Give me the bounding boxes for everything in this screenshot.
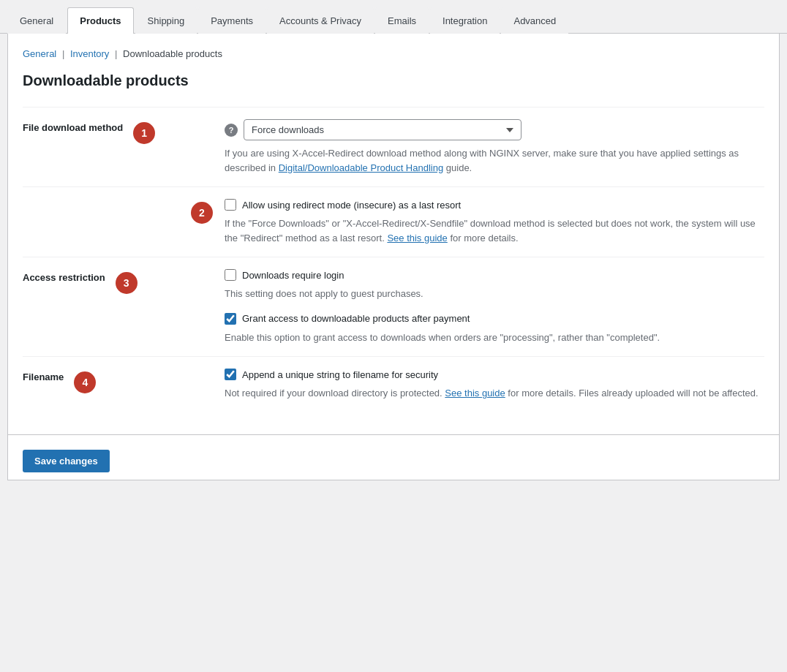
tab-accounts-privacy[interactable]: Accounts & Privacy (267, 7, 374, 34)
breadcrumb-current: Downloadable products (123, 48, 222, 59)
redirect-mode-help-text: If the "Force Downloads" or "X-Accel-Red… (225, 216, 764, 245)
access-restriction-row: Access restriction 3 Downloads require l… (23, 257, 764, 356)
redirect-mode-row: 2 Allow using redirect mode (insecure) a… (23, 186, 764, 257)
breadcrumb-sep-1: | (62, 48, 64, 59)
file-download-controls: ? Force downloads X-Accel-Redirect/X-Sen… (213, 119, 764, 175)
access-restriction-label-area: Access restriction 3 (23, 269, 213, 294)
require-login-help: This setting does not apply to guest pur… (225, 287, 764, 301)
page-title: Downloadable products (23, 72, 764, 89)
redirect-mode-label[interactable]: Allow using redirect mode (insecure) as … (242, 200, 461, 211)
filename-checkbox-label[interactable]: Append a unique string to filename for s… (242, 369, 438, 380)
breadcrumb-sep-2: | (115, 48, 117, 59)
grant-access-row: Grant access to downloadable products af… (225, 313, 764, 325)
save-button[interactable]: Save changes (23, 450, 110, 472)
filename-row: Filename 4 Append a unique string to fil… (23, 356, 764, 412)
access-restriction-label: Access restriction (23, 272, 105, 283)
step-badge-2: 2 (191, 202, 213, 224)
filename-label-area: Filename 4 (23, 369, 213, 393)
save-button-area: Save changes (7, 435, 780, 480)
grant-access-label[interactable]: Grant access to downloadable products af… (242, 313, 470, 324)
step-badge-4: 4 (74, 371, 96, 393)
file-download-select[interactable]: Force downloads X-Accel-Redirect/X-Sendf… (244, 119, 521, 140)
file-download-label-area: File download method 1 (23, 119, 213, 144)
file-download-label: File download method (23, 122, 123, 133)
access-restriction-controls: Downloads require login This setting doe… (213, 269, 764, 344)
require-login-row: Downloads require login (225, 269, 764, 281)
file-download-row: File download method 1 ? Force downloads… (23, 107, 764, 186)
tab-products[interactable]: Products (67, 7, 133, 34)
redirect-mode-checkbox[interactable] (225, 199, 236, 211)
filename-help-text: Not required if your download directory … (225, 386, 764, 401)
grant-access-checkbox[interactable] (225, 313, 236, 325)
filename-checkbox-row: Append a unique string to filename for s… (225, 369, 764, 380)
breadcrumb-inventory[interactable]: Inventory (70, 48, 109, 59)
filename-label: Filename (23, 371, 64, 382)
tab-general[interactable]: General (7, 7, 66, 34)
tab-shipping[interactable]: Shipping (135, 7, 197, 34)
tabs-bar: General Products Shipping Payments Accou… (0, 7, 787, 34)
tab-advanced[interactable]: Advanced (501, 7, 568, 34)
tab-payments[interactable]: Payments (198, 7, 266, 34)
dropdown-row: ? Force downloads X-Accel-Redirect/X-Sen… (225, 119, 764, 140)
redirect-mode-label-area: 2 (23, 199, 213, 224)
grant-access-help: Enable this option to grant access to do… (225, 331, 764, 345)
tab-emails[interactable]: Emails (375, 7, 429, 34)
require-login-checkbox[interactable] (225, 269, 236, 281)
help-icon-1[interactable]: ? (225, 124, 238, 137)
filename-guide-link[interactable]: See this guide (445, 388, 505, 399)
require-login-label[interactable]: Downloads require login (242, 270, 344, 281)
filename-controls: Append a unique string to filename for s… (213, 369, 764, 401)
step-badge-3: 3 (116, 272, 138, 294)
redirect-checkbox-row: Allow using redirect mode (insecure) as … (225, 199, 764, 211)
digital-downloadable-link[interactable]: Digital/Downloadable Product Handling (279, 162, 443, 173)
content-area: General | Inventory | Downloadable produ… (7, 34, 780, 435)
tab-integration[interactable]: Integration (430, 7, 500, 34)
filename-checkbox[interactable] (225, 369, 236, 380)
redirect-guide-link[interactable]: See this guide (387, 233, 447, 243)
page-wrapper: General Products Shipping Payments Accou… (0, 0, 787, 672)
redirect-mode-controls: Allow using redirect mode (insecure) as … (213, 199, 764, 245)
step-badge-1: 1 (133, 122, 155, 144)
breadcrumb-general[interactable]: General (23, 48, 56, 59)
file-download-help-text: If you are using X-Accel-Redirect downlo… (225, 146, 764, 175)
breadcrumb: General | Inventory | Downloadable produ… (23, 48, 764, 59)
